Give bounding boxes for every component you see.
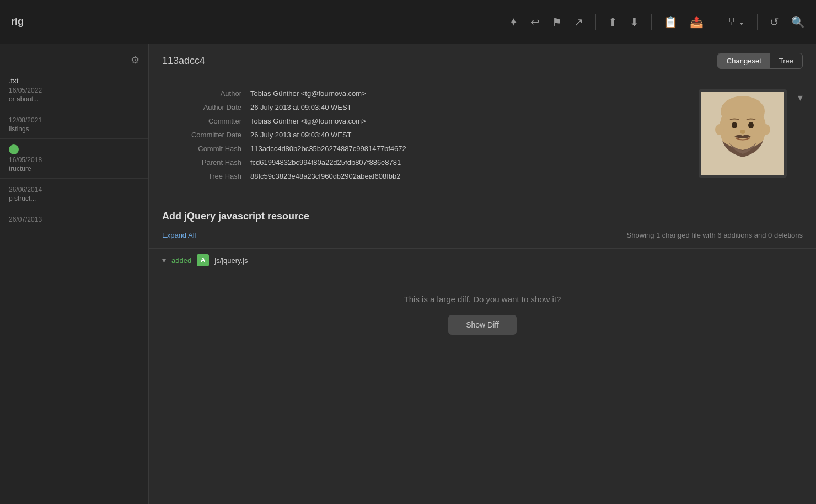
file-badge: A — [197, 254, 209, 266]
stash-icon[interactable]: 📋 — [664, 15, 678, 29]
commit-hash: 113adcc4 — [162, 55, 205, 67]
tree-hash-label: Tree Hash — [162, 172, 250, 180]
committer-label: Committer — [162, 117, 250, 125]
expand-all-button[interactable]: Expand All — [162, 231, 196, 239]
content-area: 113adcc4 Changeset Tree Author Tobias Gü… — [149, 44, 816, 504]
show-diff-button[interactable]: Show Diff — [448, 315, 517, 335]
sidebar-item-date: 12/08/2021 — [9, 116, 139, 124]
commit-hash-label: Commit Hash — [162, 144, 250, 153]
toolbar-divider-1 — [595, 14, 596, 30]
flag-icon[interactable]: ⚑ — [552, 15, 562, 29]
tree-hash-row: Tree Hash 88fc59c3823e48a23cf960db2902ab… — [162, 172, 688, 180]
collapse-chevron-icon[interactable]: ▾ — [798, 92, 803, 104]
undo-icon[interactable]: ↩ — [530, 15, 540, 29]
file-row: ▾ added A js/jquery.js — [162, 249, 803, 272]
toolbar-divider-2 — [651, 14, 652, 30]
parent-hash-value: fcd61994832bc994f80a22d25fdb807f886e8781 — [250, 158, 401, 167]
toolbar-icons: ✦ ↩ ⚑ ↗ ⬆ ⬇ 📋 📤 ⑂ ▾ ↺ 🔍 — [509, 14, 805, 30]
author-value: Tobias Günther <tg@fournova.com> — [250, 89, 366, 98]
file-chevron-icon[interactable]: ▾ — [162, 256, 166, 265]
sidebar-item-date: 16/05/2018 — [9, 156, 139, 164]
toolbar-divider-4 — [757, 14, 758, 30]
file-diff-area: ▾ added A js/jquery.js This is a large d… — [149, 249, 816, 368]
svg-point-3 — [732, 122, 737, 128]
magic-wand-icon[interactable]: ✦ — [509, 15, 518, 29]
large-diff-prompt: This is a large diff. Do you want to sho… — [162, 272, 803, 357]
sidebar-item-desc: tructure — [9, 165, 139, 173]
author-date-label: Author Date — [162, 103, 250, 111]
commit-meta: Author Tobias Günther <tg@fournova.com> … — [162, 89, 688, 186]
sidebar-filter-bar: ⚙ — [0, 50, 148, 71]
commit-message-section: Add jQuery javascript resource Expand Al… — [149, 197, 816, 249]
parent-hash-label: Parent Hash — [162, 158, 250, 167]
app-title: rig — [11, 16, 24, 28]
sidebar-item-desc: listings — [9, 125, 139, 133]
branch-icon[interactable]: ⑂ ▾ — [728, 15, 745, 28]
sidebar-item-title: .txt — [9, 77, 139, 85]
commit-header: 113adcc4 Changeset Tree — [149, 44, 816, 78]
author-row: Author Tobias Günther <tg@fournova.com> — [162, 89, 688, 98]
svg-point-2 — [721, 96, 765, 127]
pop-stash-icon[interactable]: 📤 — [690, 15, 704, 29]
svg-point-5 — [740, 130, 745, 134]
commit-hash-row: Commit Hash 113adcc4d80b2bc35b26274887c9… — [162, 144, 688, 153]
committer-date-value: 26 July 2013 at 09:03:40 WEST — [250, 131, 352, 139]
author-date-value: 26 July 2013 at 09:03:40 WEST — [250, 103, 352, 111]
changeset-tab[interactable]: Changeset — [718, 53, 770, 68]
sidebar: ⚙ .txt 16/05/2022 or about... 12/08/2021… — [0, 44, 149, 504]
push-up-icon[interactable]: ⬆ — [608, 15, 618, 29]
search-icon[interactable]: 🔍 — [791, 15, 805, 29]
large-diff-message: This is a large diff. Do you want to sho… — [175, 294, 790, 304]
commit-dot-icon — [9, 144, 19, 154]
commit-message: Add jQuery javascript resource — [162, 211, 803, 222]
toolbar: rig ✦ ↩ ⚑ ↗ ⬆ ⬇ 📋 📤 ⑂ ▾ ↺ 🔍 — [0, 0, 816, 44]
author-label: Author — [162, 89, 250, 98]
committer-value: Tobias Günther <tg@fournova.com> — [250, 117, 366, 125]
file-name: js/jquery.js — [214, 256, 248, 265]
committer-row: Committer Tobias Günther <tg@fournova.co… — [162, 117, 688, 125]
committer-date-label: Committer Date — [162, 131, 250, 139]
toolbar-divider-3 — [716, 14, 716, 30]
tree-tab[interactable]: Tree — [770, 53, 802, 68]
sidebar-item-desc: or about... — [9, 95, 139, 103]
avatar-image — [701, 92, 784, 175]
list-item[interactable]: 26/07/2013 — [0, 208, 148, 229]
committer-date-row: Committer Date 26 July 2013 at 09:03:40 … — [162, 131, 688, 139]
list-item[interactable]: .txt 16/05/2022 or about... — [0, 71, 148, 109]
svg-point-6 — [715, 124, 724, 135]
list-item[interactable]: 16/05/2018 tructure — [0, 139, 148, 179]
diff-summary: Showing 1 changed file with 6 additions … — [627, 231, 803, 239]
avatar — [699, 89, 787, 178]
merge-icon[interactable]: ↗ — [574, 15, 583, 29]
sidebar-item-desc: p struct... — [9, 195, 139, 202]
commit-hash-full: 113adcc4d80b2bc35b26274887c9981477bf4672 — [250, 144, 406, 153]
commit-details: Author Tobias Günther <tg@fournova.com> … — [149, 78, 816, 197]
author-date-row: Author Date 26 July 2013 at 09:03:40 WES… — [162, 103, 688, 111]
list-item[interactable]: 26/06/2014 p struct... — [0, 179, 148, 208]
svg-point-7 — [761, 124, 770, 135]
view-toggle: Changeset Tree — [717, 53, 803, 69]
refresh-icon[interactable]: ↺ — [770, 15, 779, 29]
filter-icon[interactable]: ⚙ — [131, 54, 139, 66]
svg-point-4 — [748, 122, 754, 128]
sidebar-item-date: 26/07/2013 — [9, 216, 139, 223]
tree-hash-value: 88fc59c3823e48a23cf960db2902abeaf608fbb2 — [250, 172, 401, 180]
push-down-icon[interactable]: ⬇ — [630, 15, 639, 29]
sidebar-item-date: 16/05/2022 — [9, 87, 139, 94]
parent-hash-row: Parent Hash fcd61994832bc994f80a22d25fdb… — [162, 158, 688, 167]
list-item[interactable]: 12/08/2021 listings — [0, 109, 148, 139]
diff-summary-row: Expand All Showing 1 changed file with 6… — [162, 231, 803, 239]
file-status: added — [171, 256, 191, 265]
sidebar-item-date: 26/06/2014 — [9, 186, 139, 194]
main-layout: ⚙ .txt 16/05/2022 or about... 12/08/2021… — [0, 44, 816, 504]
